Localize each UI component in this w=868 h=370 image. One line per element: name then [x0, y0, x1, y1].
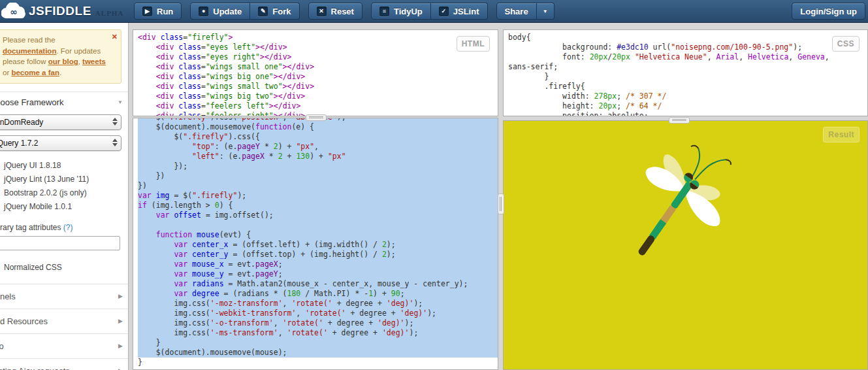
code-line[interactable]: <div class="wings big two"></div> [138, 92, 498, 101]
horizontal-splitter-handle[interactable] [669, 117, 690, 124]
result-panel-badge[interactable]: Result [823, 127, 860, 143]
tag-attributes-input[interactable] [0, 236, 120, 250]
login-signup-button[interactable]: Login/Sign up [792, 3, 865, 20]
code-line[interactable]: "left": (e.pageX * 2 + 130) + "px" [138, 152, 498, 161]
reset-button-label: Reset [331, 7, 354, 16]
code-line[interactable]: body{ [508, 33, 867, 42]
horizontal-splitter-handle[interactable] [306, 114, 327, 121]
chevron-right-icon: ▶ [118, 367, 123, 370]
code-line[interactable]: <div class="firefly"> [138, 33, 498, 42]
chevron-down-icon: ▼ [543, 8, 548, 14]
lines-icon: ≡ [379, 7, 389, 16]
notice-close-icon[interactable]: ✕ [112, 32, 118, 42]
code-line[interactable]: img.css('-o-transform', 'rotate(' + degr… [138, 318, 498, 328]
code-line[interactable]: img.css('-moz-transform', 'rotate(' + de… [138, 299, 498, 309]
code-line[interactable]: function mouse(evt) { [138, 230, 498, 240]
code-line[interactable]: var mouse_y = evt.pageY; [138, 269, 498, 279]
tweets-link[interactable]: tweets [82, 58, 106, 65]
library-label[interactable]: jQuery Mobile 1.0.1 [4, 202, 72, 211]
code-line[interactable]: var degree = (radians * (180 / Math.PI) … [138, 289, 498, 299]
share-dropdown-button[interactable]: ▼ [537, 3, 555, 20]
fork-button-label: Fork [272, 7, 291, 16]
code-line[interactable]: var img = $(".firefly"); [138, 191, 498, 201]
become-a-fan-link[interactable]: become a fan [11, 69, 59, 76]
jquery-version-select[interactable]: jQuery 1.7.2 [0, 135, 121, 151]
reset-button[interactable]: ✕ Reset [308, 3, 362, 20]
run-button[interactable]: ▶ Run [134, 3, 182, 20]
update-button-label: Update [213, 7, 242, 16]
code-line[interactable]: }) [138, 181, 498, 191]
code-line[interactable]: background: #e3dc10 url("noisepng.com/10… [508, 42, 867, 52]
code-line[interactable]: $(document).mousemove(mouse); [138, 348, 498, 358]
code-line[interactable]: "top": (e.pageY * 2) + "px", [138, 142, 498, 152]
code-line[interactable]: <div class="eyes right"></div> [138, 52, 498, 62]
code-line[interactable]: <div class="feelers left"></div> [138, 101, 498, 111]
code-line[interactable]: } [138, 358, 498, 367]
our-blog-link[interactable]: our blog [48, 58, 78, 65]
select-arrows-icon [112, 118, 118, 126]
update-button[interactable]: ● Update [190, 3, 250, 20]
library-label[interactable]: jQuery Lint (13 June '11) [4, 175, 89, 184]
sidebar-section-panels[interactable]: Panels ▶ [0, 284, 129, 309]
jslint-button[interactable]: ✓ JSLint [431, 3, 488, 20]
html-code-editor[interactable]: <div class="firefly"> <div class="eyes l… [133, 30, 498, 116]
code-line[interactable]: $(".firefly").css({ [138, 132, 498, 142]
choose-framework-label: Choose Framework [0, 97, 118, 107]
vertical-splitter-handle[interactable] [498, 193, 504, 214]
code-line[interactable]: } [138, 338, 498, 348]
html-editor-panel: <div class="firefly"> <div class="eyes l… [133, 29, 498, 116]
code-line[interactable]: <div class="eyes left"></div> [138, 42, 498, 52]
code-line[interactable]: img.css('-webkit-transform', 'rotate(' +… [138, 309, 498, 318]
code-line[interactable]: }) [138, 171, 498, 181]
code-line[interactable]: }); [138, 161, 498, 171]
notice-box: Please read the documentation. For updat… [0, 29, 121, 84]
sidebar-section-info[interactable]: Info ▶ [0, 334, 129, 359]
code-line[interactable]: height: 20px; /* 64 */ [508, 101, 867, 111]
tidyup-button-label: TidyUp [394, 7, 423, 16]
code-line[interactable]: img.css('-ms-transform', 'rotate(' + deg… [138, 328, 498, 338]
html-panel-badge[interactable]: HTML [457, 36, 490, 52]
normalized-css-label[interactable]: Normalized CSS [4, 263, 62, 272]
code-line[interactable]: width: 278px; /* 307 */ [508, 92, 867, 101]
sidebar-section-testing-ajax[interactable]: Testing Ajax requests ▶ [0, 359, 129, 370]
run-button-label: Run [157, 7, 173, 16]
documentation-link[interactable]: documentation [3, 47, 56, 55]
help-link[interactable]: (?) [63, 223, 73, 232]
close-x-icon: ✕ [317, 7, 327, 16]
record-dot-icon: ● [199, 7, 208, 16]
fork-button[interactable]: ✎ Fork [250, 3, 299, 20]
code-line[interactable]: var mouse_x = evt.pageX; [138, 260, 498, 269]
code-line[interactable]: if (img.length > 0) { [138, 201, 498, 210]
css-panel-badge[interactable]: CSS [832, 36, 860, 52]
code-line[interactable] [138, 220, 498, 230]
collapse-caret-icon[interactable]: ▼ [118, 99, 123, 105]
code-line[interactable]: position: absolute; [508, 111, 867, 116]
pencil-icon: ✎ [258, 7, 268, 16]
tidyup-button[interactable]: ≡ TidyUp [371, 3, 431, 20]
share-button[interactable]: Share [496, 3, 537, 20]
library-label[interactable]: Bootstrap 2.0.2 (js only) [4, 188, 87, 197]
ondomready-select[interactable]: onDomReady [0, 114, 121, 130]
sidebar-section-add-resources[interactable]: Add Resources ▶ [0, 309, 129, 334]
js-code-editor[interactable]: $(".firefly").css("position", "absolute"… [133, 118, 498, 367]
code-line[interactable]: font: 20px/20px "Helvetica Neue", Arial,… [508, 52, 867, 62]
code-line[interactable]: var radians = Math.atan2(mouse_x - cente… [138, 279, 498, 289]
code-line[interactable]: var center_y = (offset.top) + (img.heigh… [138, 250, 498, 260]
css-code-editor[interactable]: body{ background: #e3dc10 url("noisepng.… [504, 30, 867, 116]
library-label[interactable]: jQuery UI 1.8.18 [4, 161, 61, 170]
code-line[interactable]: } [508, 72, 867, 82]
code-line[interactable]: <div class="wings big one"></div> [138, 72, 498, 82]
code-line[interactable]: <div class="wings small two"></div> [138, 82, 498, 92]
css-editor-panel: body{ background: #e3dc10 url("noisepng.… [503, 29, 868, 116]
library-row: jQuery Lint (13 June '11) [0, 173, 129, 186]
code-line[interactable]: sans-serif; [508, 62, 867, 72]
code-line[interactable]: var center_x = (offset.left) + (img.widt… [138, 240, 498, 250]
code-line[interactable]: var offset = img.offset(); [138, 210, 498, 220]
code-line[interactable]: $(document).mousemove(function(e) { [138, 122, 498, 132]
tag-attributes-label: Library tag attributes (?) [0, 223, 129, 232]
code-line[interactable]: .firefly{ [508, 82, 867, 92]
top-toolbar: ∞ JSFIDDLE ALPHA ▶ Run ● Update ✎ Fork ✕… [0, 0, 868, 23]
jsfiddle-logo[interactable]: ∞ JSFIDDLE ALPHA [0, 3, 134, 20]
code-line[interactable]: <div class="wings small one"></div> [138, 62, 498, 72]
chevron-right-icon: ▶ [118, 318, 123, 324]
